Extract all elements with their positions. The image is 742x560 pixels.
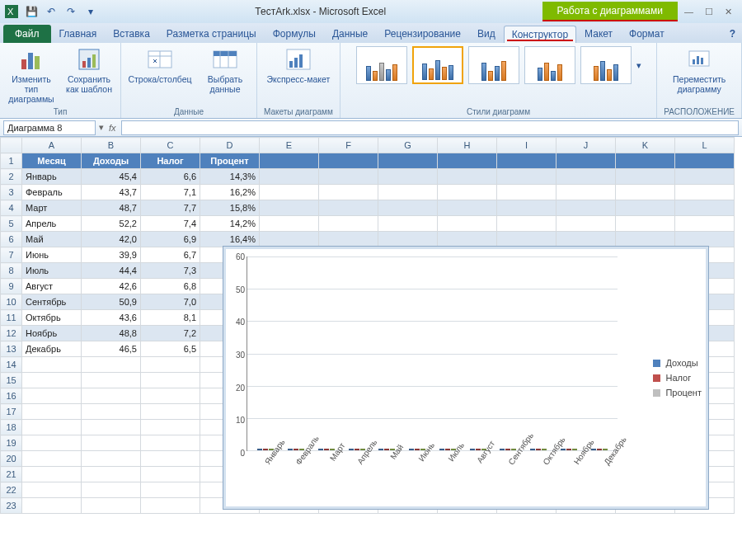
cell[interactable] xyxy=(497,153,556,169)
cell[interactable]: 6,7 xyxy=(141,247,200,263)
row-header[interactable]: 2 xyxy=(1,169,22,185)
cell[interactable]: Октябрь xyxy=(22,310,82,326)
cell[interactable] xyxy=(556,232,616,247)
cell[interactable]: 43,6 xyxy=(82,310,141,326)
cell[interactable]: 39,9 xyxy=(82,247,141,263)
cell[interactable] xyxy=(22,435,82,451)
cell[interactable] xyxy=(22,451,82,467)
tab-insert[interactable]: Вставка xyxy=(105,25,158,43)
cell[interactable] xyxy=(378,153,438,169)
cell[interactable] xyxy=(22,482,82,498)
col-header-H[interactable]: H xyxy=(438,138,497,153)
cell[interactable] xyxy=(497,185,556,200)
row-header[interactable]: 3 xyxy=(1,185,22,200)
cell[interactable]: Сентябрь xyxy=(22,294,82,310)
bar[interactable] xyxy=(294,449,298,450)
cell[interactable] xyxy=(616,200,675,216)
cell[interactable]: 7,7 xyxy=(141,200,200,216)
row-header[interactable]: 19 xyxy=(1,435,22,451)
tab-layout[interactable]: Макет xyxy=(576,25,621,43)
legend-item-2[interactable]: Налог xyxy=(653,373,702,383)
row-header[interactable]: 16 xyxy=(1,388,22,404)
cell[interactable]: 7,4 xyxy=(141,216,200,232)
col-header-J[interactable]: J xyxy=(556,138,616,153)
bar[interactable] xyxy=(415,449,420,450)
cell[interactable]: 16,2% xyxy=(200,185,260,200)
cell[interactable] xyxy=(319,153,378,169)
cell[interactable] xyxy=(141,451,200,467)
bar[interactable] xyxy=(318,449,323,450)
cell[interactable] xyxy=(319,185,378,200)
col-header-A[interactable]: A xyxy=(22,138,82,153)
cell[interactable]: Июль xyxy=(22,263,82,279)
cell[interactable] xyxy=(497,169,556,185)
cell[interactable]: 7,2 xyxy=(141,326,200,341)
select-all-corner[interactable] xyxy=(1,138,22,153)
cell[interactable] xyxy=(675,185,735,200)
cell[interactable] xyxy=(675,200,735,216)
legend-item-1[interactable]: Доходы xyxy=(653,358,702,368)
cell[interactable] xyxy=(141,435,200,451)
cell[interactable] xyxy=(675,232,735,247)
col-header-C[interactable]: C xyxy=(141,138,200,153)
cell[interactable] xyxy=(556,185,616,200)
cell[interactable] xyxy=(260,200,319,216)
col-header-K[interactable]: K xyxy=(616,138,675,153)
quick-layout-button[interactable]: Экспресс-макет xyxy=(265,46,332,84)
cell[interactable] xyxy=(141,388,200,404)
cell[interactable] xyxy=(319,216,378,232)
cell[interactable] xyxy=(556,153,616,169)
new-icon[interactable]: ▾ xyxy=(82,3,99,20)
bar[interactable] xyxy=(263,449,268,450)
tab-file[interactable]: Файл xyxy=(3,25,51,43)
cell[interactable] xyxy=(378,232,438,247)
cell[interactable] xyxy=(438,200,497,216)
cell[interactable]: Декабрь xyxy=(22,341,82,357)
row-header[interactable]: 13 xyxy=(1,341,22,357)
row-header[interactable]: 7 xyxy=(1,247,22,263)
cell[interactable] xyxy=(497,216,556,232)
bar[interactable] xyxy=(257,449,262,450)
tab-review[interactable]: Рецензирование xyxy=(376,25,469,43)
cell[interactable] xyxy=(141,420,200,435)
help-icon[interactable]: ? xyxy=(723,25,742,43)
cell[interactable] xyxy=(82,388,141,404)
row-header[interactable]: 8 xyxy=(1,263,22,279)
bar[interactable] xyxy=(409,449,414,450)
row-header[interactable]: 1 xyxy=(1,153,22,169)
cell[interactable] xyxy=(82,435,141,451)
tab-data[interactable]: Данные xyxy=(324,25,376,43)
row-header[interactable]: 23 xyxy=(1,498,22,514)
cell[interactable] xyxy=(378,169,438,185)
cell[interactable]: 6,8 xyxy=(141,279,200,294)
cell[interactable]: 52,2 xyxy=(82,216,141,232)
cell[interactable]: Март xyxy=(22,200,82,216)
cell[interactable] xyxy=(319,200,378,216)
bar[interactable] xyxy=(378,449,383,450)
cell[interactable]: 48,8 xyxy=(82,326,141,341)
cell[interactable] xyxy=(141,404,200,420)
chart-legend[interactable]: Доходы Налог Процент xyxy=(653,353,702,402)
cell[interactable] xyxy=(616,216,675,232)
cell[interactable] xyxy=(260,153,319,169)
cell[interactable] xyxy=(260,185,319,200)
cell[interactable]: Ноябрь xyxy=(22,326,82,341)
tab-home[interactable]: Главная xyxy=(51,25,106,43)
move-chart-button[interactable]: Переместить диаграмму xyxy=(669,46,729,94)
row-header[interactable]: 6 xyxy=(1,232,22,247)
cell[interactable] xyxy=(22,467,82,482)
cell[interactable] xyxy=(438,153,497,169)
cell[interactable] xyxy=(141,373,200,388)
bar[interactable] xyxy=(572,449,577,450)
tab-format[interactable]: Формат xyxy=(621,25,673,43)
bar[interactable] xyxy=(530,449,535,450)
col-header-D[interactable]: D xyxy=(200,138,260,153)
tab-view[interactable]: Вид xyxy=(469,25,504,43)
tab-formulas[interactable]: Формулы xyxy=(265,25,324,43)
bar[interactable] xyxy=(505,449,510,450)
cell[interactable] xyxy=(497,232,556,247)
save-icon[interactable]: 💾 xyxy=(23,3,40,20)
row-header[interactable]: 21 xyxy=(1,467,22,482)
cell[interactable] xyxy=(141,357,200,373)
cell[interactable] xyxy=(82,420,141,435)
